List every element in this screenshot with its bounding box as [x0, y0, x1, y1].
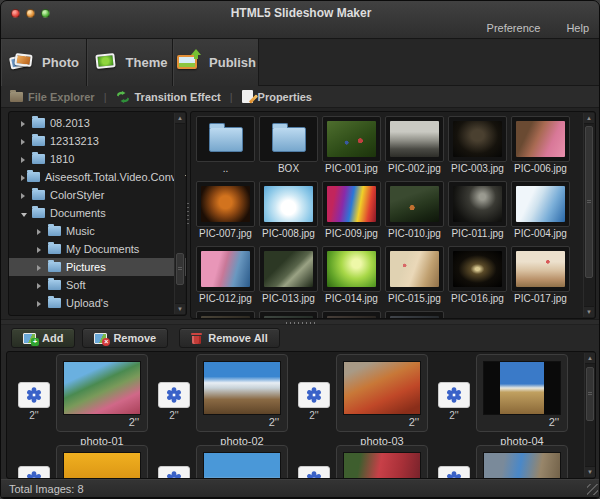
transition-box[interactable]: [18, 382, 50, 408]
collapse-arrow-icon[interactable]: [37, 261, 46, 273]
tree-item[interactable]: Music: [9, 222, 186, 240]
remove-all-button[interactable]: Remove All: [179, 328, 280, 348]
grid-image[interactable]: PIC-001.jpg: [322, 116, 381, 174]
transition-box[interactable]: [298, 466, 330, 479]
transition-slot[interactable]: [437, 466, 471, 479]
scroll-down-icon[interactable]: ▼: [584, 306, 594, 317]
transition-slot[interactable]: 2'': [297, 382, 331, 421]
grid-scrollbar[interactable]: ▲ ▼: [583, 113, 594, 317]
tree-item-selected[interactable]: Pictures: [9, 258, 186, 276]
strip-photo[interactable]: 2'' photo-01: [56, 354, 148, 447]
tab-publish[interactable]: Publish: [173, 39, 259, 86]
grid-image[interactable]: PIC-014.jpg: [322, 246, 381, 304]
tree-item[interactable]: Soft: [9, 276, 186, 294]
transition-slot[interactable]: 2'': [17, 382, 51, 421]
grid-image[interactable]: PIC-002.jpg: [385, 116, 444, 174]
pinwheel-transition-icon: [444, 470, 464, 479]
menu-preference[interactable]: Preference: [487, 22, 541, 34]
tree-item[interactable]: 1810: [9, 150, 186, 168]
grid-image[interactable]: [385, 311, 444, 319]
transition-slot[interactable]: 2'': [157, 382, 191, 421]
remove-button-label: Remove: [113, 332, 156, 344]
collapse-arrow-icon[interactable]: [21, 153, 30, 165]
add-button[interactable]: + Add: [11, 328, 75, 348]
grid-folder-up[interactable]: ..: [196, 116, 255, 174]
grid-image[interactable]: PIC-016.jpg: [448, 246, 507, 304]
tree-item[interactable]: Aiseesoft.Total.Video.Converter.P: [9, 168, 186, 186]
menu-help[interactable]: Help: [566, 22, 589, 34]
grid-image[interactable]: PIC-004.jpg: [511, 181, 570, 239]
transition-slot[interactable]: [157, 466, 191, 479]
tree-item[interactable]: ColorStyler: [9, 186, 186, 204]
tree-item-label: Soft: [66, 279, 86, 291]
scroll-up-icon[interactable]: ▲: [584, 113, 594, 124]
strip-photo[interactable]: 2'' photo-04: [476, 354, 568, 447]
transition-slot[interactable]: 2'': [437, 382, 471, 421]
tree-item[interactable]: 12313213: [9, 132, 186, 150]
grid-image[interactable]: PIC-009.jpg: [322, 181, 381, 239]
tab-theme[interactable]: Theme: [87, 39, 173, 86]
collapse-arrow-icon[interactable]: [21, 189, 30, 201]
collapse-arrow-icon[interactable]: [37, 297, 46, 309]
collapse-arrow-icon[interactable]: [37, 243, 46, 255]
transition-slot[interactable]: [297, 466, 331, 479]
strip-photo[interactable]: [196, 445, 288, 479]
grid-image[interactable]: PIC-015.jpg: [385, 246, 444, 304]
remove-button[interactable]: × Remove: [82, 328, 168, 348]
collapse-arrow-icon[interactable]: [21, 117, 30, 129]
grid-image[interactable]: [322, 311, 381, 319]
tree-scrollbar[interactable]: ▲ ▼: [174, 113, 185, 314]
file-explorer-button[interactable]: File Explorer: [10, 91, 95, 103]
transition-box[interactable]: [438, 382, 470, 408]
scroll-down-icon[interactable]: ▼: [175, 303, 185, 314]
grid-image[interactable]: PIC-003.jpg: [448, 116, 507, 174]
scroll-up-icon[interactable]: ▲: [585, 353, 595, 364]
transition-box[interactable]: [18, 466, 50, 479]
transition-box[interactable]: [158, 466, 190, 479]
properties-button[interactable]: Properties: [242, 90, 312, 103]
collapse-arrow-icon[interactable]: [37, 225, 46, 237]
grid-image[interactable]: [259, 311, 318, 319]
grid-folder[interactable]: BOX: [259, 116, 318, 174]
transition-box[interactable]: [158, 382, 190, 408]
grid-image[interactable]: PIC-013.jpg: [259, 246, 318, 304]
expand-arrow-icon[interactable]: [21, 207, 30, 219]
scroll-down-icon[interactable]: ▼: [585, 466, 595, 477]
tree-scrollbar-thumb[interactable]: [176, 253, 184, 285]
grid-scrollbar-thumb[interactable]: [585, 126, 593, 278]
strip-scrollbar-thumb[interactable]: [586, 367, 594, 421]
transition-effect-button[interactable]: Transition Effect: [116, 91, 221, 103]
transition-slot[interactable]: [17, 466, 51, 479]
collapse-arrow-icon[interactable]: [37, 279, 46, 291]
toolbar: File Explorer | Transition Effect | Prop…: [1, 86, 600, 108]
tree-item[interactable]: Upload's: [9, 294, 186, 312]
strip-photo[interactable]: 2'' photo-02: [196, 354, 288, 447]
transition-box[interactable]: [298, 382, 330, 408]
grid-image[interactable]: PIC-007.jpg: [196, 181, 255, 239]
strip-photo[interactable]: [476, 445, 568, 479]
grid-image[interactable]: PIC-010.jpg: [385, 181, 444, 239]
grid-image[interactable]: [196, 311, 255, 319]
scroll-up-icon[interactable]: ▲: [175, 113, 185, 124]
grid-image[interactable]: PIC-008.jpg: [259, 181, 318, 239]
transition-box[interactable]: [438, 466, 470, 479]
grid-image[interactable]: PIC-006.jpg: [511, 116, 570, 174]
strip-photo[interactable]: 2'' photo-03: [336, 354, 428, 447]
tree-item-label: Music: [66, 225, 95, 237]
tree-item[interactable]: Documents: [9, 204, 186, 222]
strip-scrollbar[interactable]: ▲ ▼: [584, 353, 594, 477]
tree-item[interactable]: My Documents: [9, 240, 186, 258]
thumbnail-image: [390, 251, 439, 287]
strip-photo[interactable]: [56, 445, 148, 479]
collapse-arrow-icon[interactable]: [21, 171, 25, 183]
grid-image[interactable]: PIC-011.jpg: [448, 181, 507, 239]
collapse-arrow-icon[interactable]: [21, 135, 30, 147]
grid-image[interactable]: PIC-017.jpg: [511, 246, 570, 304]
resize-grip-icon[interactable]: [587, 484, 598, 495]
tree-item[interactable]: 08.2013: [9, 114, 186, 132]
grid-image[interactable]: PIC-012.jpg: [196, 246, 255, 304]
folder-icon: [32, 136, 45, 146]
tab-photo[interactable]: Photo: [1, 39, 87, 86]
strip-photo[interactable]: [336, 445, 428, 479]
thumbnail-image: [390, 186, 439, 222]
